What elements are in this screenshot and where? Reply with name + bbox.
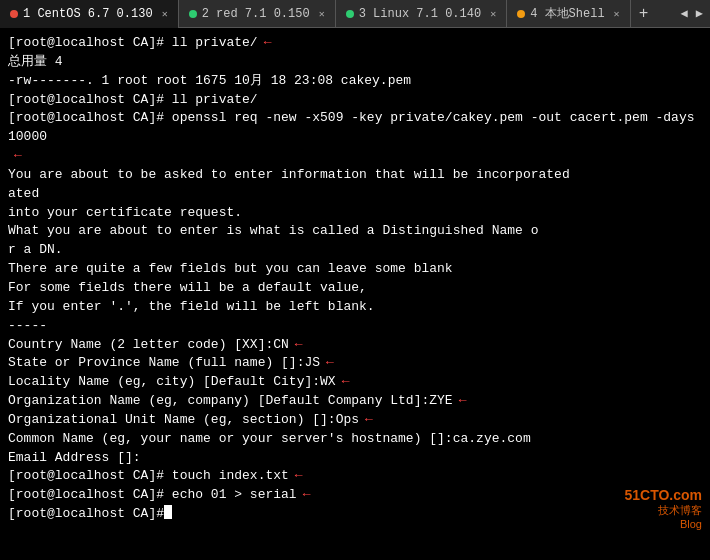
watermark-logo: 51CTO.com bbox=[624, 487, 702, 503]
terminal-line-19: Common Name (eg, your name or your serve… bbox=[8, 430, 702, 449]
tab-1-close[interactable]: ✕ bbox=[162, 8, 168, 20]
terminal-text-23: [root@localhost CA]# bbox=[8, 505, 164, 524]
terminal-line-11: For some fields there will be a default … bbox=[8, 279, 702, 298]
terminal-text-7: into your certificate request. bbox=[8, 204, 242, 223]
arrow-icon-22: ← bbox=[303, 486, 311, 505]
tab-1-dot bbox=[10, 10, 18, 18]
tab-2-label: 2 red 7.1 0.150 bbox=[202, 7, 310, 21]
add-tab-button[interactable]: + bbox=[631, 0, 657, 28]
terminal-line-15: State or Province Name (full name) []:JS… bbox=[8, 354, 702, 373]
tab-3[interactable]: 3 Linux 7.1 0.140 ✕ bbox=[336, 0, 507, 28]
arrow-icon-4: ← bbox=[14, 147, 22, 166]
terminal-text-15: State or Province Name (full name) []:JS bbox=[8, 354, 320, 373]
tab-1-label: 1 CentOS 6.7 0.130 bbox=[23, 7, 153, 21]
tab-bar: 1 CentOS 6.7 0.130 ✕ 2 red 7.1 0.150 ✕ 3… bbox=[0, 0, 710, 28]
terminal-text-22: [root@localhost CA]# echo 01 > serial bbox=[8, 486, 297, 505]
terminal-text-8: What you are about to enter is what is c… bbox=[8, 222, 539, 241]
terminal-text-6: ated bbox=[8, 185, 39, 204]
terminal-text-2: -rw-------. 1 root root 1675 10月 18 23:0… bbox=[8, 72, 411, 91]
terminal-line-8: What you are about to enter is what is c… bbox=[8, 222, 702, 241]
terminal-line-22: [root@localhost CA]# echo 01 > serial ← bbox=[8, 486, 702, 505]
terminal-cursor bbox=[164, 505, 172, 519]
terminal-text-13: ----- bbox=[8, 317, 47, 336]
terminal-line-0: [root@localhost CA]# ll private/ ← bbox=[8, 34, 702, 53]
terminal-text-20: Email Address []: bbox=[8, 449, 141, 468]
terminal-line-13: ----- bbox=[8, 317, 702, 336]
arrow-icon-14: ← bbox=[295, 336, 303, 355]
arrow-icon-17: ← bbox=[459, 392, 467, 411]
tab-nav-left[interactable]: ◀ bbox=[678, 6, 691, 21]
terminal-line-7: into your certificate request. bbox=[8, 204, 702, 223]
terminal-line-17: Organization Name (eg, company) [Default… bbox=[8, 392, 702, 411]
terminal-line-5: You are about to be asked to enter infor… bbox=[8, 166, 702, 185]
terminal-text-10: There are quite a few fields but you can… bbox=[8, 260, 453, 279]
watermark-sub: 技术博客 bbox=[624, 503, 702, 518]
tab-nav-right[interactable]: ▶ bbox=[693, 6, 706, 21]
terminal-line-10: There are quite a few fields but you can… bbox=[8, 260, 702, 279]
terminal-text-1: 总用量 4 bbox=[8, 53, 63, 72]
tab-1[interactable]: 1 CentOS 6.7 0.130 ✕ bbox=[0, 0, 179, 28]
terminal-text-17: Organization Name (eg, company) [Default… bbox=[8, 392, 453, 411]
terminal-text-18: Organizational Unit Name (eg, section) [… bbox=[8, 411, 359, 430]
tab-2[interactable]: 2 red 7.1 0.150 ✕ bbox=[179, 0, 336, 28]
arrow-icon-15: ← bbox=[326, 354, 334, 373]
terminal-line-23: [root@localhost CA]# bbox=[8, 505, 702, 524]
terminal-line-21: [root@localhost CA]# touch index.txt ← bbox=[8, 467, 702, 486]
terminal-text-0: [root@localhost CA]# ll private/ bbox=[8, 34, 258, 53]
arrow-icon-0: ← bbox=[264, 34, 272, 53]
terminal-line-14: Country Name (2 letter code) [XX]:CN ← bbox=[8, 336, 702, 355]
arrow-icon-21: ← bbox=[295, 467, 303, 486]
terminal-text-12: If you enter '.', the field will be left… bbox=[8, 298, 375, 317]
tab-3-dot bbox=[346, 10, 354, 18]
terminal-line-2: -rw-------. 1 root root 1675 10月 18 23:0… bbox=[8, 72, 702, 91]
terminal-line-1: 总用量 4 bbox=[8, 53, 702, 72]
tab-4-label: 4 本地Shell bbox=[530, 5, 604, 22]
terminal-line-4: [root@localhost CA]# openssl req -new -x… bbox=[8, 109, 702, 166]
terminal-text-5: You are about to be asked to enter infor… bbox=[8, 166, 570, 185]
arrow-icon-18: ← bbox=[365, 411, 373, 430]
tab-3-close[interactable]: ✕ bbox=[490, 8, 496, 20]
terminal-text-16: Locality Name (eg, city) [Default City]:… bbox=[8, 373, 336, 392]
terminal-line-12: If you enter '.', the field will be left… bbox=[8, 298, 702, 317]
terminal-text-21: [root@localhost CA]# touch index.txt bbox=[8, 467, 289, 486]
terminal[interactable]: [root@localhost CA]# ll private/ ←总用量 4-… bbox=[0, 28, 710, 560]
terminal-line-3: [root@localhost CA]# ll private/ bbox=[8, 91, 702, 110]
terminal-text-4: [root@localhost CA]# openssl req -new -x… bbox=[8, 109, 702, 147]
terminal-line-18: Organizational Unit Name (eg, section) [… bbox=[8, 411, 702, 430]
arrow-icon-16: ← bbox=[342, 373, 350, 392]
terminal-line-20: Email Address []: bbox=[8, 449, 702, 468]
tab-4-dot bbox=[517, 10, 525, 18]
terminal-text-19: Common Name (eg, your name or your serve… bbox=[8, 430, 531, 449]
tab-2-dot bbox=[189, 10, 197, 18]
terminal-text-14: Country Name (2 letter code) [XX]:CN bbox=[8, 336, 289, 355]
terminal-text-3: [root@localhost CA]# ll private/ bbox=[8, 91, 258, 110]
terminal-line-16: Locality Name (eg, city) [Default City]:… bbox=[8, 373, 702, 392]
watermark: 51CTO.com 技术博客 Blog bbox=[624, 487, 702, 530]
watermark-blog: Blog bbox=[624, 518, 702, 530]
terminal-text-9: r a DN. bbox=[8, 241, 63, 260]
tab-4[interactable]: 4 本地Shell ✕ bbox=[507, 0, 630, 28]
tab-3-label: 3 Linux 7.1 0.140 bbox=[359, 7, 481, 21]
tab-nav: ◀ ▶ bbox=[674, 6, 710, 21]
terminal-line-6: ated bbox=[8, 185, 702, 204]
tab-2-close[interactable]: ✕ bbox=[319, 8, 325, 20]
tab-4-close[interactable]: ✕ bbox=[614, 8, 620, 20]
terminal-text-11: For some fields there will be a default … bbox=[8, 279, 367, 298]
terminal-line-9: r a DN. bbox=[8, 241, 702, 260]
